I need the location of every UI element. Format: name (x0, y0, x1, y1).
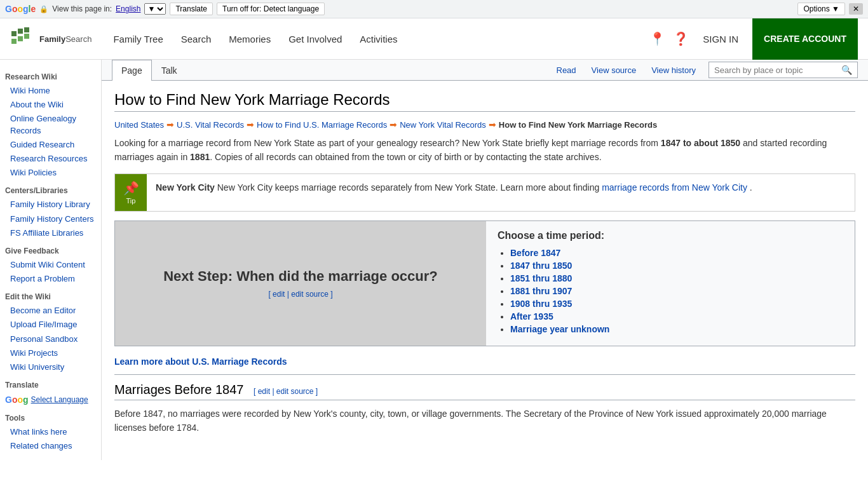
language-link[interactable]: English (116, 4, 140, 13)
sidebar: Research Wiki Wiki Home About the Wiki O… (0, 60, 102, 460)
period-unknown[interactable]: Marriage year unknown (510, 324, 609, 334)
help-icon[interactable]: ❓ (673, 31, 689, 46)
list-item: 1851 thru 1880 (510, 273, 843, 283)
wiki-search-box: 🔍 (709, 62, 858, 78)
breadcrumb-us[interactable]: United States (114, 120, 164, 130)
sign-in-button[interactable]: SIGN IN (696, 34, 745, 44)
article-title: How to Find New York Marriage Records (114, 91, 855, 112)
tip-end: . (750, 182, 752, 193)
sidebar-section-research-wiki: Research Wiki (5, 72, 96, 81)
next-step-panel: Next Step: When did the marriage occur? … (115, 221, 486, 346)
nav-get-involved[interactable]: Get Involved (280, 18, 351, 60)
sidebar-item-guided-research[interactable]: Guided Research (5, 138, 96, 152)
svg-rect-3 (11, 39, 17, 44)
sidebar-section-tools: Tools (5, 414, 96, 423)
tip-box: 📌 Tip New York City New York City keeps … (114, 173, 855, 212)
svg-rect-0 (11, 31, 17, 36)
sidebar-item-research-resources[interactable]: Research Resources (5, 152, 96, 166)
period-1881-1907[interactable]: 1881 thru 1907 (510, 286, 572, 296)
time-period-container: Next Step: When did the marriage occur? … (114, 220, 855, 346)
section1-edit-link[interactable]: [ edit (254, 387, 270, 396)
section1-edit-links: [ edit | edit source ] (254, 387, 318, 396)
breadcrumb-current: How to Find New York Marriage Records (499, 120, 657, 130)
sidebar-item-what-links-here[interactable]: What links here (5, 425, 96, 439)
tab-page[interactable]: Page (112, 60, 152, 81)
language-select[interactable]: ▼ (144, 3, 166, 15)
create-account-button[interactable]: CREATE ACCOUNT (752, 18, 858, 60)
sidebar-item-upload-file[interactable]: Upload File/Image (5, 318, 96, 332)
sidebar-item-personal-sandbox[interactable]: Personal Sandbox (5, 332, 96, 346)
breadcrumb-arrow-4: ➡ (489, 119, 496, 130)
content-area: Page Talk Read View source View history … (102, 60, 868, 460)
tip-nyc-bold: New York City (156, 182, 215, 193)
nav-search[interactable]: Search (172, 18, 220, 60)
period-before-1847[interactable]: Before 1847 (510, 248, 560, 258)
time-period-heading: Choose a time period: (498, 230, 843, 241)
period-1847-1850[interactable]: 1847 thru 1850 (510, 261, 572, 271)
learn-more-link[interactable]: Learn more about U.S. Marriage Records (114, 356, 287, 367)
page-layout: Research Wiki Wiki Home About the Wiki O… (0, 60, 868, 460)
sidebar-item-online-genealogy[interactable]: Online Genealogy Records (5, 112, 96, 137)
intro-text-3: . Copies of all records can obtained fro… (210, 152, 601, 162)
sidebar-item-wiki-policies[interactable]: Wiki Policies (5, 166, 96, 180)
svg-rect-4 (18, 36, 23, 41)
main-nav: Family Tree Search Memories Get Involved… (104, 18, 406, 60)
period-after-1935[interactable]: After 1935 (510, 311, 553, 322)
logo-text: FamilySearch (39, 34, 92, 44)
sidebar-item-about-wiki[interactable]: About the Wiki (5, 98, 96, 112)
tip-label: 📌 Tip (115, 174, 147, 211)
time-period-panel: Choose a time period: Before 1847 1847 t… (486, 221, 855, 346)
header-right: 📍 ❓ SIGN IN CREATE ACCOUNT (649, 18, 858, 60)
logo-link[interactable]: FamilySearch (10, 26, 92, 51)
breadcrumb-how-find-us[interactable]: How to Find U.S. Marriage Records (257, 120, 387, 130)
next-step-edit-link[interactable]: [ edit (268, 290, 285, 299)
tab-view-source[interactable]: View source (584, 60, 644, 80)
tab-read[interactable]: Read (549, 60, 584, 80)
sidebar-section-feedback: Give Feedback (5, 247, 96, 255)
options-button[interactable]: Options ▼ (797, 3, 845, 15)
sidebar-item-report-problem[interactable]: Report a Problem (5, 272, 96, 286)
sidebar-item-related-changes[interactable]: Related changes (5, 439, 96, 453)
location-icon[interactable]: 📍 (649, 31, 665, 46)
list-item: 1908 thru 1935 (510, 299, 843, 309)
translate-prefix: View this page in: (52, 4, 112, 13)
wiki-search-input[interactable] (709, 63, 836, 78)
select-language-link[interactable]: Select Language (31, 395, 88, 404)
sidebar-item-wiki-projects[interactable]: Wiki Projects (5, 346, 96, 360)
tip-content: New York City New York City keeps marria… (147, 174, 761, 201)
tip-icon: 📌 (123, 180, 139, 196)
nav-family-tree[interactable]: Family Tree (104, 18, 172, 60)
tab-right-actions: Read View source View history 🔍 (549, 60, 858, 80)
article: How to Find New York Marriage Records Un… (102, 81, 868, 445)
nav-activities[interactable]: Activities (351, 18, 406, 60)
breadcrumb-us-vital[interactable]: U.S. Vital Records (177, 120, 244, 130)
svg-rect-2 (24, 27, 29, 32)
turn-off-button[interactable]: Turn off for: Detect language (217, 3, 325, 15)
sidebar-item-submit-wiki[interactable]: Submit Wiki Content (5, 258, 96, 272)
period-1851-1880[interactable]: 1851 thru 1880 (510, 273, 572, 283)
close-translate-button[interactable]: ✕ (849, 3, 863, 15)
sidebar-item-family-history-centers[interactable]: Family History Centers (5, 212, 96, 226)
section1-heading: Marriages Before 1847 [ edit | edit sour… (114, 383, 855, 400)
sidebar-item-family-history-library[interactable]: Family History Library (5, 198, 96, 212)
breadcrumb-arrow-2: ➡ (247, 119, 254, 130)
next-step-edit-source-link[interactable]: edit source ] (291, 290, 332, 299)
translate-bar: Google 🔒 View this page in: English ▼ Tr… (0, 0, 868, 18)
sidebar-section-edit: Edit the Wiki (5, 292, 96, 301)
period-1908-1935[interactable]: 1908 thru 1935 (510, 299, 572, 309)
sidebar-item-wiki-home[interactable]: Wiki Home (5, 84, 96, 98)
tip-nyc-link[interactable]: marriage records from New York City (602, 182, 747, 193)
wiki-search-button[interactable]: 🔍 (836, 62, 857, 78)
breadcrumb-ny-vital[interactable]: New York Vital Records (400, 120, 486, 130)
svg-rect-1 (18, 29, 23, 34)
section1-body: Before 1847, no marriages were recorded … (114, 407, 855, 435)
sidebar-item-fs-affiliate[interactable]: FS Affiliate Libraries (5, 226, 96, 240)
tab-view-history[interactable]: View history (644, 60, 703, 80)
translate-button[interactable]: Translate (170, 3, 213, 15)
sidebar-item-wiki-university[interactable]: Wiki University (5, 360, 96, 374)
tab-talk[interactable]: Talk (152, 60, 187, 81)
nav-memories[interactable]: Memories (220, 18, 280, 60)
section1-edit-source-link[interactable]: edit source ] (276, 387, 318, 396)
section1-heading-text: Marriages Before 1847 (114, 383, 243, 396)
sidebar-item-become-editor[interactable]: Become an Editor (5, 304, 96, 318)
